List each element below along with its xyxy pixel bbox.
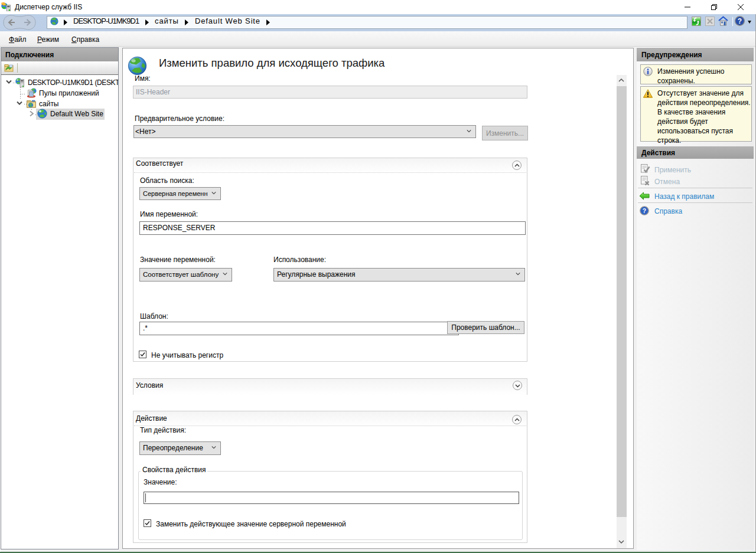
svg-text:?: ?	[643, 208, 646, 214]
svg-text:?: ?	[738, 17, 742, 25]
